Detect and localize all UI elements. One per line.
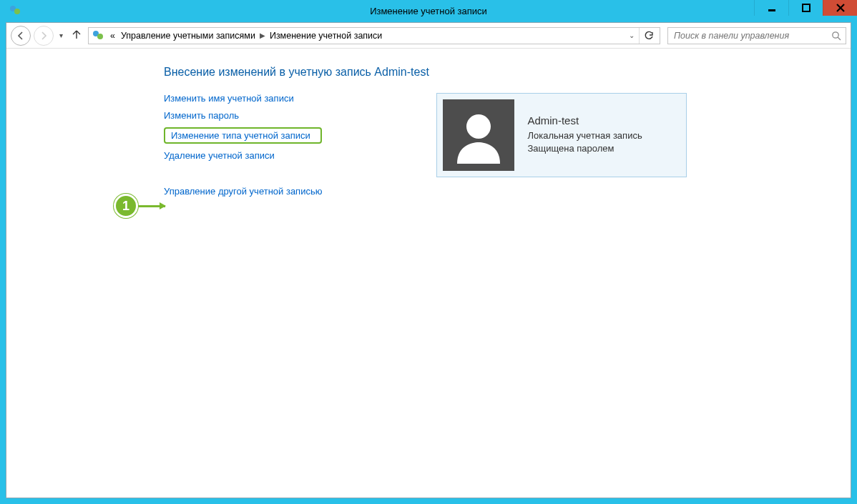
search-box[interactable] bbox=[667, 27, 846, 44]
maximize-button[interactable] bbox=[788, 0, 823, 16]
link-change-password[interactable]: Изменить пароль bbox=[164, 110, 322, 121]
svg-point-7 bbox=[466, 114, 491, 139]
address-bar[interactable]: « Управление учетными записями ▶ Изменен… bbox=[88, 27, 660, 44]
search-icon bbox=[831, 31, 841, 41]
address-dropdown-icon[interactable]: ⌄ bbox=[625, 31, 639, 39]
avatar bbox=[443, 99, 514, 171]
navigation-bar: ▾ « Управление учетными записями ▶ Измен… bbox=[6, 23, 851, 49]
account-card: Admin-test Локальная учетная запись Защи… bbox=[436, 93, 687, 177]
user-silhouette-icon bbox=[450, 107, 507, 164]
breadcrumb-segment[interactable]: Изменение учетной записи bbox=[267, 31, 385, 41]
app-icon bbox=[9, 4, 21, 19]
content-area: Внесение изменений в учетную запись Admi… bbox=[6, 49, 851, 498]
up-button[interactable] bbox=[71, 29, 82, 42]
svg-point-1 bbox=[14, 9, 20, 14]
user-accounts-icon bbox=[92, 29, 104, 42]
link-change-account-type[interactable]: Изменение типа учетной записи bbox=[164, 127, 322, 144]
chevron-right-icon[interactable]: ▶ bbox=[258, 31, 267, 39]
page-heading: Внесение изменений в учетную запись Admi… bbox=[164, 66, 836, 79]
account-type: Локальная учетная запись bbox=[527, 129, 642, 142]
svg-rect-2 bbox=[768, 9, 775, 11]
refresh-button[interactable] bbox=[639, 28, 658, 44]
client-area: ▾ « Управление учетными записями ▶ Измен… bbox=[6, 22, 851, 498]
back-button[interactable] bbox=[11, 26, 31, 46]
account-name: Admin-test bbox=[527, 114, 642, 128]
refresh-icon bbox=[644, 31, 654, 41]
svg-point-5 bbox=[97, 34, 103, 39]
close-button[interactable] bbox=[823, 0, 857, 16]
breadcrumb-segment[interactable]: Управление учетными записями bbox=[118, 31, 258, 41]
svg-rect-3 bbox=[803, 4, 810, 11]
annotation-marker: 1 bbox=[114, 194, 165, 218]
link-rename-account[interactable]: Изменить имя учетной записи bbox=[164, 93, 322, 104]
history-dropdown[interactable]: ▾ bbox=[57, 31, 65, 39]
window-frame: Изменение учетной записи ▾ bbox=[0, 0, 857, 504]
annotation-step-number: 1 bbox=[114, 194, 138, 218]
svg-point-6 bbox=[833, 31, 838, 37]
arrow-left-icon bbox=[16, 31, 26, 41]
link-manage-other-account[interactable]: Управление другой учетной записью bbox=[164, 186, 322, 197]
link-delete-account[interactable]: Удаление учетной записи bbox=[164, 150, 322, 161]
window-controls bbox=[754, 0, 857, 16]
account-info: Admin-test Локальная учетная запись Защи… bbox=[527, 99, 642, 154]
forward-button[interactable] bbox=[34, 26, 54, 46]
arrow-right-icon bbox=[39, 31, 49, 41]
annotation-arrow-icon bbox=[138, 205, 165, 207]
account-password-status: Защищена паролем bbox=[527, 142, 642, 155]
breadcrumb-prefix: « bbox=[107, 31, 118, 41]
action-links: Изменить имя учетной записи Изменить пар… bbox=[164, 93, 322, 197]
window-title: Изменение учетной записи bbox=[370, 6, 487, 16]
titlebar: Изменение учетной записи bbox=[6, 0, 851, 22]
search-input[interactable] bbox=[672, 30, 827, 41]
arrow-up-icon bbox=[71, 29, 82, 40]
minimize-button[interactable] bbox=[754, 0, 788, 16]
